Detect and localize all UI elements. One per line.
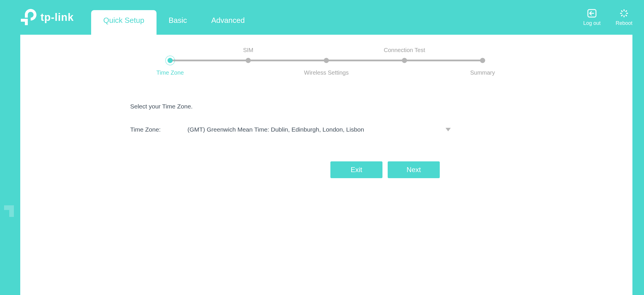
svg-rect-7 bbox=[623, 15, 625, 17]
timezone-form: Select your Time Zone. Time Zone: (GMT) … bbox=[130, 103, 454, 135]
svg-rect-5 bbox=[626, 13, 628, 14]
decorative-corner-icon bbox=[4, 205, 17, 220]
next-button[interactable]: Next bbox=[388, 161, 440, 178]
tab-quick-setup[interactable]: Quick Setup bbox=[91, 10, 157, 35]
reboot-icon bbox=[620, 9, 628, 18]
brand-logo: tp-link bbox=[21, 9, 74, 26]
top-actions: Log out bbox=[583, 9, 632, 26]
svg-rect-3 bbox=[623, 9, 625, 11]
timezone-select[interactable]: (GMT) Greenwich Mean Time: Dublin, Edinb… bbox=[187, 124, 454, 135]
tplink-logo-icon bbox=[21, 9, 37, 26]
step-dot-sim[interactable] bbox=[246, 58, 251, 63]
svg-rect-8 bbox=[621, 14, 623, 16]
main-nav: Quick Setup Basic Advanced bbox=[91, 0, 257, 35]
page: tp-link Quick Setup Basic Advanced Log o… bbox=[0, 0, 644, 295]
content-card: Time Zone SIM Wireless Settings Connecti… bbox=[20, 35, 632, 295]
tab-advanced[interactable]: Advanced bbox=[199, 10, 257, 35]
logout-label: Log out bbox=[583, 20, 601, 26]
step-label-timezone: Time Zone bbox=[157, 69, 184, 76]
step-label-summary: Summary bbox=[470, 69, 495, 76]
header: tp-link Quick Setup Basic Advanced Log o… bbox=[0, 0, 644, 35]
exit-button[interactable]: Exit bbox=[330, 161, 382, 178]
svg-rect-4 bbox=[625, 10, 627, 12]
wizard-buttons: Exit Next bbox=[130, 161, 440, 178]
logout-icon bbox=[587, 9, 597, 18]
logout-button[interactable]: Log out bbox=[583, 9, 601, 26]
wizard-stepper: Time Zone SIM Wireless Settings Connecti… bbox=[170, 45, 483, 80]
chevron-down-icon bbox=[446, 128, 451, 131]
step-label-connection-test: Connection Test bbox=[384, 47, 425, 54]
step-dot-connection-test[interactable] bbox=[402, 58, 407, 63]
form-prompt: Select your Time Zone. bbox=[130, 103, 454, 110]
reboot-button[interactable]: Reboot bbox=[616, 9, 632, 26]
step-label-wireless: Wireless Settings bbox=[304, 69, 349, 76]
svg-rect-1 bbox=[25, 19, 28, 25]
timezone-row: Time Zone: (GMT) Greenwich Mean Time: Du… bbox=[130, 124, 454, 135]
svg-rect-6 bbox=[625, 14, 627, 16]
step-label-sim: SIM bbox=[243, 47, 253, 54]
step-dot-summary[interactable] bbox=[480, 58, 485, 63]
step-dot-wireless[interactable] bbox=[324, 58, 329, 63]
step-dot-timezone[interactable] bbox=[168, 58, 173, 63]
timezone-label: Time Zone: bbox=[130, 126, 174, 133]
timezone-selected-text: (GMT) Greenwich Mean Time: Dublin, Edinb… bbox=[187, 126, 364, 133]
tab-basic[interactable]: Basic bbox=[157, 10, 199, 35]
svg-rect-12 bbox=[9, 205, 14, 217]
reboot-label: Reboot bbox=[616, 20, 632, 26]
svg-rect-9 bbox=[620, 13, 622, 14]
svg-rect-10 bbox=[621, 10, 623, 12]
brand-name: tp-link bbox=[41, 11, 74, 23]
